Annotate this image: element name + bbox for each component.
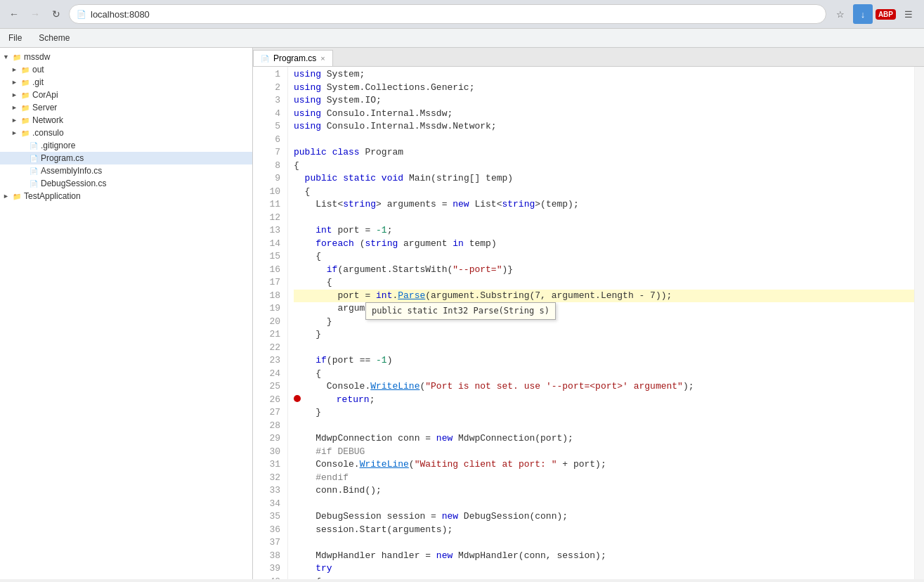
tree-item-corapi[interactable]: ► 📁 CorApi (0, 89, 252, 101)
token: { (294, 186, 310, 197)
token: ) (387, 355, 393, 366)
editor-area: 📄 Program.cs × 1234567891011121314151617… (253, 48, 924, 579)
token (294, 238, 315, 249)
code-editor[interactable]: 1234567891011121314151617181920212223242… (253, 67, 924, 579)
folder-icon-consulo: 📁 (20, 127, 31, 138)
line-number-29: 29 (253, 432, 280, 446)
code-line-22 (294, 342, 914, 355)
token: ; (370, 394, 375, 405)
token: int (315, 225, 332, 235)
token: } (294, 329, 321, 340)
line-number-6: 6 (253, 134, 280, 147)
line-number-14: 14 (253, 238, 280, 251)
line-number-28: 28 (253, 420, 280, 433)
tree-label-testapplication: TestApplication (24, 191, 81, 201)
token: ( (409, 459, 415, 470)
browser-toolbar: ← → ↻ 📄 ☆ ↓ ABP ☰ (0, 0, 924, 28)
token: { (294, 277, 332, 287)
code-line-34 (294, 498, 914, 511)
token: using (294, 108, 321, 119)
token: port = (294, 290, 376, 301)
token: "--port=" (453, 264, 502, 275)
tree-label-program-cs: Program.cs (41, 153, 84, 163)
reload-button[interactable]: ↻ (48, 6, 65, 22)
back-button[interactable]: ← (6, 6, 22, 22)
token: )} (502, 264, 513, 275)
bookmark-icon[interactable]: ☆ (831, 4, 850, 24)
token: List< (294, 199, 343, 209)
line-number-16: 16 (253, 264, 280, 277)
code-line-12 (294, 212, 914, 225)
token: + port); (557, 459, 606, 470)
token: -1 (376, 355, 387, 366)
code-line-26: return; (294, 394, 914, 407)
token: WriteLine (370, 381, 419, 392)
tree-item-out[interactable]: ► 📁 out (0, 63, 252, 76)
folder-icon-server: 📁 (20, 102, 31, 113)
tree-item-gitignore[interactable]: ► 📄 .gitignore (0, 139, 252, 152)
code-content[interactable]: using System;using System.Collections.Ge… (288, 67, 914, 579)
menu-scheme[interactable]: Scheme (30, 30, 78, 46)
code-line-9: public static void Main(string[] temp) (294, 172, 914, 186)
line-number-8: 8 (253, 160, 280, 173)
line-number-32: 32 (253, 472, 280, 485)
code-line-2: using System.Collections.Generic; (294, 82, 914, 95)
folder-icon-corapi: 📁 (20, 89, 31, 101)
token: static (343, 173, 376, 183)
code-line-14: foreach (string argument in temp) (294, 238, 914, 251)
menu-icon[interactable]: ☰ (899, 4, 918, 24)
tree-item-testapplication[interactable]: ► 📁 TestApplication (0, 190, 252, 202)
token: ; (387, 225, 393, 235)
line-number-20: 20 (253, 316, 280, 329)
code-line-25: Console.WriteLine("Port is not set. use … (294, 380, 914, 394)
code-line-4: using Consulo.Internal.Mssdw; (294, 108, 914, 121)
token (304, 394, 337, 405)
forward-button[interactable]: → (27, 6, 44, 22)
tab-close-button[interactable]: × (320, 54, 325, 63)
token: Consulo.Internal.Mssdw.Network; (321, 121, 497, 131)
line-number-11: 11 (253, 198, 280, 212)
code-line-23: if(port == -1) (294, 354, 914, 368)
tree-item-git[interactable]: ► 📁 .git (0, 76, 252, 89)
line-number-13: 13 (253, 224, 280, 238)
code-line-32: #endif (294, 472, 914, 485)
code-line-6 (294, 134, 914, 147)
url-input[interactable] (91, 9, 819, 20)
menu-file[interactable]: File (0, 30, 30, 46)
token: ); (683, 381, 694, 392)
token: port = (332, 225, 376, 235)
editor-tab-program-cs[interactable]: 📄 Program.cs × (253, 50, 333, 66)
page-icon: 📄 (77, 10, 86, 19)
line-number-25: 25 (253, 380, 280, 394)
token: string (365, 238, 398, 249)
token: -1 (376, 225, 387, 235)
code-line-18: port = int.Parse(argument.Substring(7, a… (294, 290, 914, 303)
adblock-icon[interactable]: ABP (876, 9, 896, 20)
tree-item-assemblyinfo[interactable]: ► 📄 AssemblyInfo.cs (0, 164, 252, 177)
line-number-4: 4 (253, 108, 280, 121)
tree-item-debugsession[interactable]: ► 📄 DebugSession.cs (0, 177, 252, 190)
tree-label-out: out (32, 65, 44, 75)
line-number-36: 36 (253, 524, 280, 537)
token: (port == (327, 355, 376, 366)
download-icon[interactable]: ↓ (853, 4, 873, 24)
expand-arrow-testapplication: ► (3, 193, 11, 200)
token: session.Start(arguments); (294, 524, 453, 535)
code-line-31: Console.WriteLine("Waiting client at por… (294, 458, 914, 472)
code-line-10: { (294, 186, 914, 199)
breakpoint-marker (294, 395, 301, 402)
line-number-3: 3 (253, 94, 280, 108)
tree-item-program-cs[interactable]: ► 📄 Program.cs (0, 152, 252, 164)
tree-item-server[interactable]: ► 📁 Server (0, 101, 252, 114)
line-number-10: 10 (253, 186, 280, 199)
code-line-35: DebugSession session = new DebugSession(… (294, 510, 914, 524)
line-number-33: 33 (253, 484, 280, 498)
tree-item-network[interactable]: ► 📁 Network (0, 114, 252, 127)
address-bar: 📄 (69, 4, 826, 24)
code-line-29: MdwpConnection conn = new MdwpConnection… (294, 432, 914, 446)
browser-right-icons: ☆ ↓ ABP ☰ (831, 4, 918, 24)
token: try (315, 563, 332, 574)
tree-item-mssdw[interactable]: ▼ 📁 mssdw (0, 51, 252, 63)
tree-item-consulo[interactable]: ► 📁 .consulo (0, 127, 252, 139)
code-line-13: int port = -1; (294, 224, 914, 238)
